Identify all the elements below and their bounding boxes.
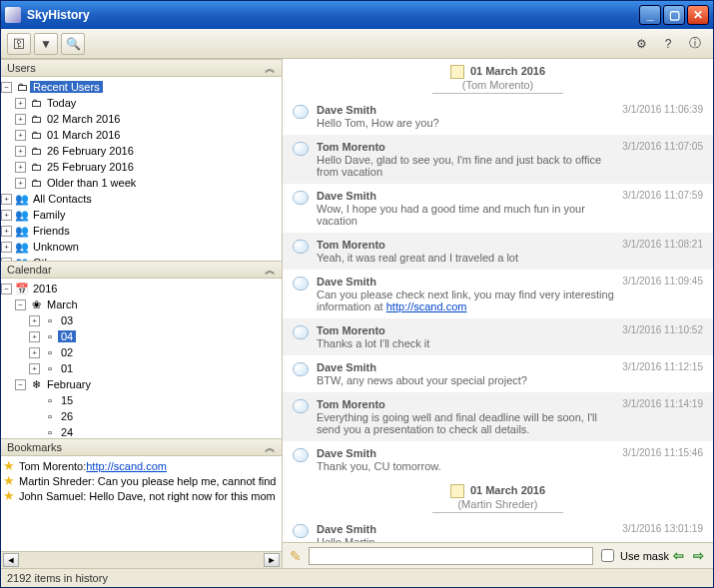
message-author: Tom Morento bbox=[317, 239, 614, 251]
tree-item[interactable]: +🗀25 February 2016 bbox=[1, 159, 282, 175]
tree-item[interactable]: +🗀Older than 1 week bbox=[1, 175, 282, 191]
help-icon[interactable]: ? bbox=[656, 33, 680, 55]
tree-item[interactable]: +👥Unknown bbox=[1, 239, 282, 255]
info-icon[interactable]: ⓘ bbox=[683, 33, 707, 55]
group-icon: 👥 bbox=[14, 192, 30, 206]
expand-icon[interactable]: + bbox=[15, 114, 26, 125]
use-mask-checkbox[interactable]: Use mask bbox=[597, 546, 669, 565]
bookmark-link[interactable]: http://scand.com bbox=[86, 460, 167, 472]
tree-item[interactable]: −❄February bbox=[1, 376, 282, 392]
collapse-icon[interactable]: − bbox=[1, 284, 12, 294]
date-separator: 01 March 2016(Martin Shreder) bbox=[283, 482, 713, 513]
message-timestamp: 3/1/2016 11:10:52 bbox=[622, 324, 703, 349]
chat-message: Dave SmithCan you please check next link… bbox=[283, 270, 713, 318]
bubble-icon bbox=[293, 325, 309, 339]
tree-item[interactable]: +👥Family bbox=[1, 207, 282, 223]
calendar-panel-header[interactable]: Calendar ︽ bbox=[1, 261, 282, 279]
expand-icon[interactable]: + bbox=[29, 347, 40, 358]
bookmark-item[interactable]: ★Tom Morento: http://scand.com bbox=[1, 458, 282, 473]
expand-icon[interactable]: + bbox=[1, 226, 12, 237]
gear-icon[interactable]: ⚙ bbox=[629, 33, 653, 55]
tree-item[interactable]: +▫04 bbox=[1, 328, 282, 344]
expand-icon[interactable]: + bbox=[15, 162, 26, 173]
bubble-icon bbox=[293, 142, 309, 156]
calendar-icon: 📅 bbox=[14, 282, 30, 295]
bubble-icon bbox=[293, 399, 309, 413]
tree-item[interactable]: −❀March bbox=[1, 296, 282, 312]
prev-result-button[interactable]: ⇦ bbox=[673, 548, 689, 563]
chat-message: Tom MorentoThanks a lot I'll check it3/1… bbox=[283, 318, 713, 355]
scroll-right-icon[interactable]: ► bbox=[264, 553, 280, 567]
maximize-button[interactable]: ▢ bbox=[663, 5, 685, 25]
horizontal-scrollbar[interactable]: ◄ ► bbox=[1, 551, 282, 568]
bookmarks-panel-header[interactable]: Bookmarks ︽ bbox=[1, 438, 282, 456]
use-mask-label: Use mask bbox=[620, 550, 669, 562]
expand-icon[interactable]: + bbox=[1, 210, 12, 221]
bookmark-item[interactable]: ★Martin Shreder: Can you please help me,… bbox=[1, 473, 282, 488]
scroll-left-icon[interactable]: ◄ bbox=[3, 553, 19, 567]
collapse-icon[interactable]: − bbox=[15, 379, 26, 390]
message-text: Wow, I hope you had a good time and much… bbox=[317, 203, 614, 227]
expand-icon[interactable]: + bbox=[15, 146, 26, 157]
message-author: Dave Smith bbox=[317, 276, 614, 288]
expand-icon[interactable]: + bbox=[29, 331, 40, 342]
message-author: Dave Smith bbox=[317, 361, 614, 373]
tree-item[interactable]: +👥Friends bbox=[1, 223, 282, 239]
expand-icon[interactable]: + bbox=[1, 194, 12, 205]
users-tree[interactable]: −🗀Recent Users+🗀Today+🗀02 March 2016+🗀01… bbox=[1, 77, 282, 261]
tree-item[interactable]: +🗀02 March 2016 bbox=[1, 111, 282, 127]
star-icon: ★ bbox=[3, 458, 15, 473]
filter-icon[interactable]: ▼ bbox=[34, 33, 58, 55]
message-text: Everything is going well and final deadl… bbox=[317, 411, 614, 435]
message-author: Tom Morento bbox=[317, 324, 614, 336]
bookmark-item[interactable]: ★John Samuel: Hello Dave, not right now … bbox=[1, 488, 282, 503]
tree-item[interactable]: +🗀Today bbox=[1, 95, 282, 111]
tree-item[interactable]: +🗀01 March 2016 bbox=[1, 127, 282, 143]
bookmarks-list[interactable]: ★Tom Morento: http://scand.com★Martin Sh… bbox=[1, 456, 282, 514]
bubble-icon bbox=[293, 277, 309, 291]
tree-item[interactable]: +▫01 bbox=[1, 360, 282, 376]
brush-icon[interactable]: ✎ bbox=[287, 547, 305, 565]
search-icon[interactable]: 🔍 bbox=[61, 33, 85, 55]
calendar-tree[interactable]: −📅2016−❀March+▫03+▫04+▫02+▫01−❄February▫… bbox=[1, 279, 282, 438]
message-timestamp: 3/1/2016 11:09:45 bbox=[622, 276, 703, 312]
message-link[interactable]: http://scand.com bbox=[386, 300, 467, 312]
date-separator: 01 March 2016(Tom Morento) bbox=[283, 63, 713, 94]
expand-icon[interactable]: + bbox=[29, 363, 40, 374]
tree-item[interactable]: ▫15 bbox=[1, 392, 282, 408]
message-timestamp: 3/1/2016 11:12:15 bbox=[622, 361, 703, 386]
message-timestamp: 3/1/2016 13:01:19 bbox=[622, 523, 703, 542]
key-icon[interactable]: ⚿ bbox=[7, 33, 31, 55]
collapse-icon[interactable]: − bbox=[1, 82, 12, 93]
tree-item[interactable]: +👥All Contacts bbox=[1, 191, 282, 207]
expand-icon[interactable]: + bbox=[1, 242, 12, 253]
month-icon: ❀ bbox=[28, 297, 44, 311]
tree-item[interactable]: ▫26 bbox=[1, 408, 282, 424]
tree-item[interactable]: +▫02 bbox=[1, 344, 282, 360]
message-text: Hello Dave, glad to see you, I'm fine an… bbox=[317, 154, 614, 178]
minimize-button[interactable]: _ bbox=[639, 5, 661, 25]
use-mask-input[interactable] bbox=[601, 549, 614, 562]
chat-scroll[interactable]: 01 March 2016(Tom Morento)Dave SmithHell… bbox=[283, 59, 713, 542]
expand-icon[interactable]: + bbox=[15, 178, 26, 189]
expand-icon[interactable]: + bbox=[29, 315, 40, 326]
message-text: Thank you, CU tomorrow. bbox=[317, 460, 614, 472]
bubble-icon bbox=[293, 448, 309, 462]
close-button[interactable]: ✕ bbox=[687, 5, 709, 25]
expand-icon[interactable]: + bbox=[15, 130, 26, 141]
message-timestamp: 3/1/2016 11:15:46 bbox=[622, 447, 703, 472]
tree-item[interactable]: +▫03 bbox=[1, 312, 282, 328]
collapse-icon[interactable]: − bbox=[15, 299, 26, 310]
star-icon: ★ bbox=[3, 473, 15, 488]
expand-icon[interactable]: + bbox=[15, 98, 26, 109]
tree-item[interactable]: +🗀26 February 2016 bbox=[1, 143, 282, 159]
chat-message: Dave SmithBTW, any news about your speci… bbox=[283, 355, 713, 392]
tree-item[interactable]: −🗀Recent Users bbox=[1, 79, 282, 95]
users-panel-header[interactable]: Users ︽ bbox=[1, 59, 282, 77]
users-panel-label: Users bbox=[7, 62, 265, 74]
folder-icon: 🗀 bbox=[28, 176, 44, 190]
search-input[interactable] bbox=[309, 547, 593, 565]
tree-item[interactable]: ▫24 bbox=[1, 424, 282, 438]
tree-item[interactable]: −📅2016 bbox=[1, 281, 282, 296]
next-result-button[interactable]: ⇨ bbox=[693, 548, 709, 563]
